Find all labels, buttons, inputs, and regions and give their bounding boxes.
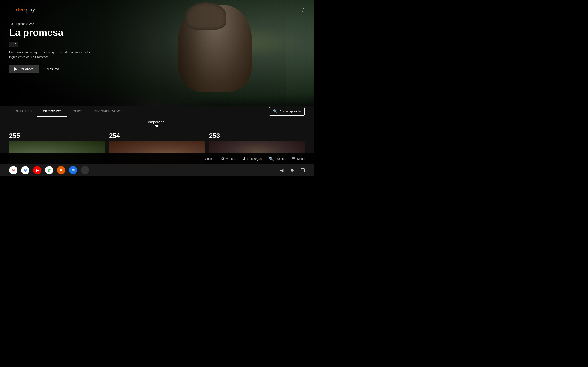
android-taskbar: M ◉ ▶ ✿ R ✉ ⠿ ◀: [0, 164, 314, 176]
app-messages[interactable]: ✉: [69, 166, 77, 174]
season-selector: Temporada 3: [0, 117, 314, 129]
season-title: Temporada 3: [0, 120, 314, 124]
nav-menu-label: Menu: [297, 157, 304, 161]
app-dots[interactable]: ⠿: [81, 166, 89, 174]
episode-number-254: 254: [109, 131, 204, 141]
list-icon: ⧉: [221, 156, 225, 161]
search-nav-icon: 🔍: [269, 156, 274, 161]
android-nav-buttons: ◀: [280, 167, 304, 173]
action-buttons: Ver ahora Más info: [9, 65, 304, 73]
age-badge: +16: [9, 42, 18, 47]
show-title: La promesa: [9, 27, 304, 38]
logo-rtve: rtve: [15, 7, 25, 13]
tab-recomendados[interactable]: RECOMENDADOS: [88, 106, 128, 117]
nav-descargas-label: Descargas: [247, 157, 262, 161]
app-rtveplay[interactable]: R: [57, 166, 65, 174]
show-info: T3 - Episodio 255 La promesa +16 Una muj…: [9, 22, 304, 73]
episode-number-253: 253: [209, 131, 304, 141]
more-info-label: Más info: [47, 67, 59, 71]
episode-label: T3 - Episodio 255: [9, 22, 304, 26]
tab-clips[interactable]: CLIPS: [67, 106, 88, 117]
app-icons: M ◉ ▶ ✿ R ✉ ⠿: [9, 166, 89, 174]
tabs-bar: DETALLES EPISODIOS CLIPS RECOMENDADOS 🔍 …: [0, 106, 314, 117]
nav-inicio-label: Inicio: [207, 157, 214, 161]
tab-episodios[interactable]: EPISODIOS: [37, 106, 67, 117]
nav-mi-lista-label: Mi lista: [226, 157, 235, 161]
bottom-nav: ⌂ Inicio ⧉ Mi lista ⬇ Descargas 🔍 Buscar…: [0, 153, 314, 164]
nav-mi-lista[interactable]: ⧉ Mi lista: [221, 156, 235, 161]
more-info-button[interactable]: Más info: [42, 65, 64, 73]
cast-icon[interactable]: ⬡: [301, 7, 304, 13]
play-button[interactable]: Ver ahora: [9, 65, 39, 73]
app-chrome[interactable]: ◉: [21, 166, 29, 174]
search-episode-label: Buscar episodio: [279, 110, 301, 113]
play-button-label: Ver ahora: [19, 67, 34, 71]
app-gmail[interactable]: M: [9, 166, 17, 174]
search-icon: 🔍: [273, 109, 278, 114]
chevron-down-icon[interactable]: [155, 125, 159, 127]
download-icon: ⬇: [242, 156, 246, 161]
hero-content: ‹ rtve play ⬡ T3 - Episodio 255 La prome…: [0, 0, 314, 106]
episode-number-255: 255: [9, 131, 104, 141]
logo: rtve play: [15, 7, 35, 13]
logo-play: play: [26, 7, 35, 13]
hero-section: ‹ rtve play ⬡ T3 - Episodio 255 La prome…: [0, 0, 314, 106]
nav-buscar[interactable]: 🔍 Buscar: [269, 156, 285, 161]
menu-icon: ☰: [292, 156, 296, 161]
app-youtube[interactable]: ▶: [33, 166, 41, 174]
nav-descargas[interactable]: ⬇ Descargas: [242, 156, 262, 161]
nav-menu[interactable]: ☰ Menu: [292, 156, 304, 161]
tab-detalles[interactable]: DETALLES: [9, 106, 37, 117]
top-bar: ‹ rtve play ⬡: [9, 7, 304, 13]
nav-buscar-label: Buscar: [275, 157, 285, 161]
search-episode-button[interactable]: 🔍 Buscar episodio: [269, 107, 305, 116]
home-icon: ⌂: [203, 156, 206, 161]
android-back-button[interactable]: ◀: [280, 167, 284, 173]
nav-inicio[interactable]: ⌂ Inicio: [203, 156, 214, 161]
back-button[interactable]: ‹: [9, 7, 11, 13]
android-home-button[interactable]: [291, 169, 294, 172]
play-icon: [15, 67, 17, 71]
app-photos[interactable]: ✿: [45, 166, 53, 174]
show-description: Una mujer, una venganza y una gran histo…: [9, 50, 96, 59]
android-recents-button[interactable]: [301, 168, 304, 172]
top-left: ‹ rtve play: [9, 7, 35, 13]
